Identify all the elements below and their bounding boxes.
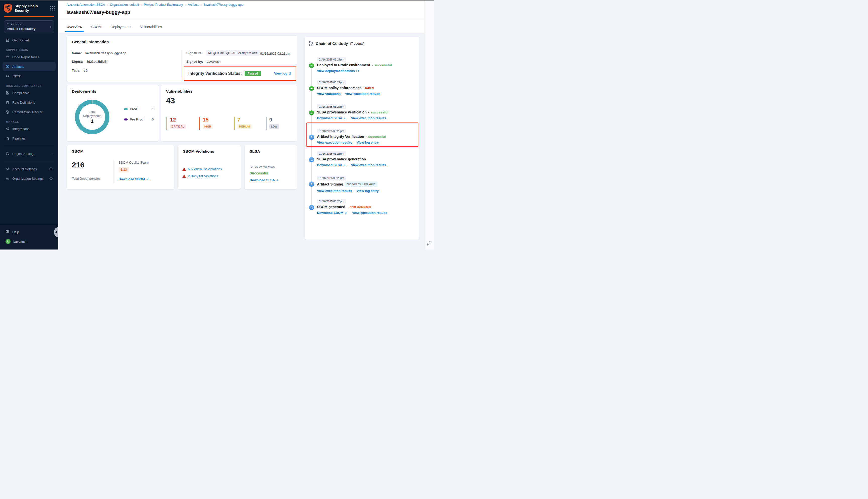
download-slsa-link[interactable]: Download SLSA	[317, 163, 346, 167]
link-label: View execution results	[345, 92, 380, 96]
severity-high: 15 HIGH	[199, 117, 213, 130]
download-slsa-link[interactable]: Download SLSA	[250, 178, 279, 182]
sidebar-item-integrations[interactable]: Integrations	[2, 124, 56, 133]
section-label-supply-chain: SUPPLY CHAIN	[6, 49, 58, 51]
breadcrumb-separator: ›	[141, 3, 142, 6]
download-slsa-label: Download SLSA	[250, 178, 275, 182]
tab-vulnerabilities[interactable]: Vulnerabilities	[140, 19, 162, 33]
breadcrumb-organization[interactable]: Organization: default	[110, 3, 139, 7]
event-title: Deployed to Prod2 environment	[317, 63, 370, 67]
integrity-status-highlight: Integrity Verification Status: Passed Vi…	[184, 66, 296, 81]
org-tree-icon	[5, 177, 10, 181]
view-execution-results-link[interactable]: View execution results	[317, 189, 352, 193]
severity-low: 9 LOW	[266, 117, 279, 130]
chain-of-custody-card: Chain of Custody (7 events) 01/16/2025 0…	[305, 37, 420, 240]
page-title: lavakush07/easy-buggy-app	[67, 10, 424, 15]
sidebar-item-account-settings[interactable]: Account Settings	[2, 165, 56, 173]
event-title: SLSA provenance verification	[317, 110, 367, 114]
allow-list-violations-link[interactable]: 637 Allow list Violations	[188, 167, 222, 171]
sidebar-item-get-started[interactable]: Get Started	[2, 36, 56, 45]
download-slsa-link[interactable]: Download SLSA	[317, 116, 346, 120]
view-execution-results-link[interactable]: View execution results	[351, 116, 386, 120]
sidebar: Supply Chain Security PROJECT Product Ex…	[0, 0, 58, 250]
chain-event-slsa-provenance-verification: 01/16/2025 03:27pm SLSA provenance verif…	[309, 104, 417, 120]
sidebar-item-rule-definitions[interactable]: Rule Definitions	[2, 98, 56, 107]
tab-overview[interactable]: Overview	[67, 19, 82, 33]
signed-by-label: Signed by:	[186, 60, 203, 63]
event-timestamp: 01/16/2025 03:26pm	[317, 176, 346, 180]
breadcrumb-artifacts[interactable]: Artifacts	[188, 3, 199, 7]
sidebar-item-pipelines[interactable]: Pipelines	[2, 134, 56, 143]
tab-sbom[interactable]: SBOM	[91, 19, 101, 33]
card-title: SBOM	[72, 149, 84, 154]
legend-value: 0	[152, 118, 154, 121]
view-log-link[interactable]: View log	[274, 72, 292, 75]
box-wrench-icon	[5, 110, 10, 114]
sidebar-item-remediation-tracker[interactable]: Remediation Tracker	[2, 107, 56, 117]
deny-list-violations-link[interactable]: 2 Deny list Violations	[188, 174, 218, 178]
layers-gear-icon	[5, 167, 10, 171]
view-deployment-details-link[interactable]: View deployment details	[317, 69, 359, 73]
info-icon[interactable]	[49, 177, 53, 180]
sidebar-user[interactable]: L Lavakush	[2, 237, 56, 246]
deployments-legend: Prod 1 Pre Prod 0	[124, 107, 154, 128]
tab-deployments[interactable]: Deployments	[111, 19, 131, 33]
sidebar-item-help[interactable]: Help	[2, 228, 56, 236]
view-violations-link[interactable]: View violations	[317, 92, 340, 96]
view-execution-results-link[interactable]: View execution results	[317, 141, 352, 144]
help-chat-icon	[5, 230, 10, 234]
view-execution-results-link[interactable]: View execution results	[352, 211, 387, 215]
support-chat-icon[interactable]	[426, 241, 432, 246]
sidebar-item-label: Help	[12, 230, 19, 234]
link-label: View violations	[317, 92, 340, 96]
event-separator: -	[368, 110, 370, 114]
right-rail	[424, 0, 434, 250]
integrity-label: Integrity Verification Status:	[188, 71, 242, 76]
event-title: Artifact Signing	[317, 182, 343, 186]
infinity-icon	[5, 74, 10, 78]
sidebar-item-cicd[interactable]: CI/CD	[2, 72, 56, 81]
view-log-entry-link[interactable]: View log entry	[357, 141, 379, 144]
view-execution-results-link[interactable]: View execution results	[345, 92, 380, 96]
severity-badge: LOW	[269, 124, 279, 129]
sidebar-item-project-settings[interactable]: Project Settings ›	[2, 149, 56, 158]
download-sbom-link[interactable]: Download SBOM	[317, 211, 348, 215]
breadcrumb-account[interactable]: Account: Automation-SSCA	[67, 3, 105, 7]
chevron-right-icon: ›	[52, 152, 53, 156]
project-name: Product Exploratory	[7, 27, 51, 31]
breadcrumb-current[interactable]: lavakush07/easy-buggy-app	[204, 3, 243, 7]
code-repo-icon	[5, 55, 10, 59]
sidebar-item-label: Account Settings	[12, 167, 37, 171]
breadcrumb-project[interactable]: Project: Product Exploratory	[144, 3, 183, 7]
view-log-label: View log	[274, 72, 288, 75]
divider	[113, 160, 114, 184]
info-icon[interactable]	[49, 167, 53, 171]
sidebar-item-organization-settings[interactable]: Organization Settings	[2, 174, 56, 183]
event-separator: -	[372, 63, 373, 67]
event-timestamp: 01/16/2025 03:27pm	[317, 105, 346, 109]
download-icon	[146, 178, 149, 181]
sidebar-item-label: Artifacts	[12, 65, 24, 69]
legend-value: 1	[152, 107, 154, 111]
chain-event-sbom-policy-enforcement: 01/16/2025 03:27pm SBOM policy enforceme…	[309, 80, 417, 96]
sidebar-item-label: Code Repositories	[12, 55, 39, 59]
sidebar-item-compliance[interactable]: Compliance	[2, 88, 56, 97]
sidebar-item-artifacts[interactable]: Artifacts	[2, 62, 56, 71]
box-icon	[5, 64, 10, 69]
view-execution-results-link[interactable]: View execution results	[351, 163, 386, 167]
severity-badge: CRITICAL	[170, 124, 186, 129]
card-title: Vulnerabilities	[166, 89, 192, 94]
download-sbom-link[interactable]: Download SBOM	[119, 177, 149, 181]
module-grid-icon[interactable]	[50, 6, 55, 11]
sidebar-item-code-repositories[interactable]: Code Repositories	[2, 52, 56, 61]
sidebar-item-label: Integrations	[12, 127, 29, 131]
window-top-edge	[0, 0, 434, 0]
sidebar-item-label: Pipelines	[12, 136, 26, 140]
breadcrumb-separator: ›	[185, 3, 186, 6]
legend-swatch-prod	[124, 108, 128, 110]
download-icon	[343, 164, 346, 167]
view-log-entry-link[interactable]: View log entry	[357, 189, 379, 193]
severity-critical: 12 CRITICAL	[167, 117, 186, 130]
sidebar-item-label: CI/CD	[13, 74, 21, 78]
project-selector[interactable]: PROJECT Product Exploratory ›	[4, 20, 54, 33]
